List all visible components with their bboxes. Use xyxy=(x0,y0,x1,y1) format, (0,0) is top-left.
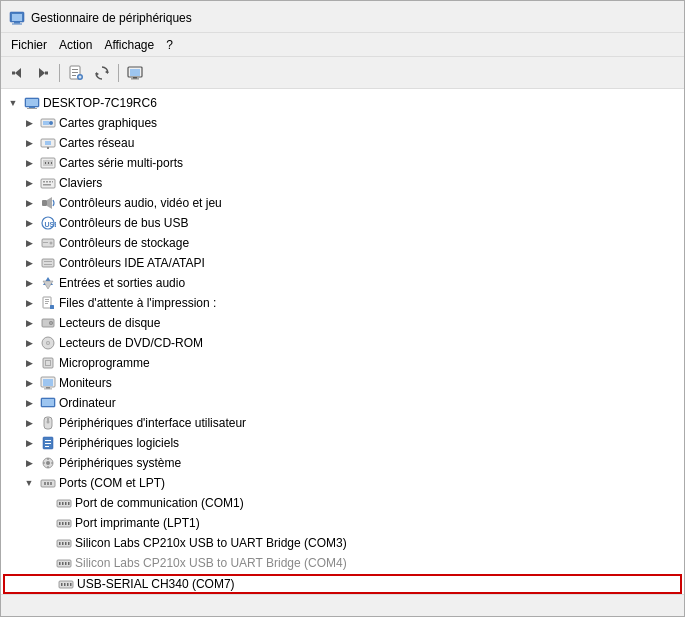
icon-lecteurs-disque xyxy=(40,315,56,331)
expand-files-attente[interactable]: ▶ xyxy=(21,295,37,311)
monitor-button[interactable] xyxy=(123,61,147,85)
tree-item-port-communication[interactable]: ▶ Port de communication (COM1) xyxy=(1,493,684,513)
svg-rect-94 xyxy=(62,522,64,525)
svg-rect-38 xyxy=(46,181,48,183)
tree-item-silicon-labs-cp210x[interactable]: ▶ Silicon Labs CP210x USB to UART Bridge… xyxy=(1,533,684,553)
svg-rect-3 xyxy=(12,23,22,24)
svg-rect-39 xyxy=(49,181,51,183)
icon-microprogramme xyxy=(40,355,56,371)
icon-files-attente xyxy=(40,295,56,311)
title-bar-icon xyxy=(9,10,25,26)
svg-rect-110 xyxy=(67,583,69,586)
tree-item-moniteurs[interactable]: ▶ Moniteurs xyxy=(1,373,684,393)
expand-controleurs-bus-usb[interactable]: ▶ xyxy=(21,215,37,231)
expand-controleurs-ide[interactable]: ▶ xyxy=(21,255,37,271)
back-button[interactable] xyxy=(5,61,29,85)
root-expand[interactable]: ▼ xyxy=(5,95,21,111)
properties-button[interactable] xyxy=(64,61,88,85)
menu-action[interactable]: Action xyxy=(53,36,98,54)
icon-claviers xyxy=(40,175,56,191)
tree-item-peripheriques-hid[interactable]: ▶ Périphériques d'interface utilisateur xyxy=(1,413,684,433)
label-cartes-reseau: Cartes réseau xyxy=(59,136,134,150)
tree-item-controleurs-ide[interactable]: ▶ Contrôleurs IDE ATA/ATAPI xyxy=(1,253,684,273)
expand-cartes-graphiques[interactable]: ▶ xyxy=(21,115,37,131)
tree-item-ports[interactable]: ▼ Ports (COM et LPT) xyxy=(1,473,684,493)
svg-rect-109 xyxy=(64,583,66,586)
icon-ordinateur xyxy=(40,395,56,411)
expand-claviers[interactable]: ▶ xyxy=(21,175,37,191)
svg-rect-22 xyxy=(26,99,38,106)
tree-item-claviers[interactable]: ▶ Claviers xyxy=(1,173,684,193)
icon-cartes-reseau xyxy=(40,135,56,151)
expand-microprogramme[interactable]: ▶ xyxy=(21,355,37,371)
tree-item-controleurs-stockage[interactable]: ▶ Contrôleurs de stockage xyxy=(1,233,684,253)
svg-rect-37 xyxy=(43,181,45,183)
svg-rect-96 xyxy=(68,522,70,525)
svg-point-47 xyxy=(50,242,53,245)
tree-item-cartes-reseau[interactable]: ▶ Cartes réseau xyxy=(1,133,684,153)
update-button[interactable] xyxy=(90,61,114,85)
icon-lecteurs-dvd xyxy=(40,335,56,351)
expand-lecteurs-dvd[interactable]: ▶ xyxy=(21,335,37,351)
tree-item-cartes-graphiques[interactable]: ▶ Cartes graphiques xyxy=(1,113,684,133)
tree-item-ordinateur[interactable]: ▶ Ordinateur xyxy=(1,393,684,413)
expand-ports[interactable]: ▼ xyxy=(21,475,37,491)
tree-item-peripheriques-systeme[interactable]: ▶ Périphériques système xyxy=(1,453,684,473)
expand-moniteurs[interactable]: ▶ xyxy=(21,375,37,391)
expand-peripheriques-logiciels[interactable]: ▶ xyxy=(21,435,37,451)
tree-item-port-imprimante[interactable]: ▶ Port imprimante (LPT1) xyxy=(1,513,684,533)
svg-rect-78 xyxy=(45,440,51,441)
tree-item-silicon-labs-4[interactable]: ▶ Silicon Labs CP210x USB to UART Bridge… xyxy=(1,553,684,573)
tree-item-entrees-sorties[interactable]: ▶ Entrées et sorties audio xyxy=(1,273,684,293)
expand-lecteurs-disque[interactable]: ▶ xyxy=(21,315,37,331)
tree-item-microprogramme[interactable]: ▶ Microprogramme xyxy=(1,353,684,373)
root-label: DESKTOP-7C19RC6 xyxy=(43,96,157,110)
device-tree[interactable]: ▼ DESKTOP-7C19RC6 ▶ Cartes graphiques xyxy=(1,89,684,594)
tree-item-lecteurs-disque[interactable]: ▶ Lecteurs de disque xyxy=(1,313,684,333)
expand-ordinateur[interactable]: ▶ xyxy=(21,395,37,411)
svg-rect-26 xyxy=(43,121,49,125)
expand-peripheriques-systeme[interactable]: ▶ xyxy=(21,455,37,471)
svg-rect-106 xyxy=(68,562,70,565)
forward-button[interactable] xyxy=(31,61,55,85)
expand-peripheriques-hid[interactable]: ▶ xyxy=(21,415,37,431)
svg-rect-58 xyxy=(50,305,54,309)
svg-rect-80 xyxy=(45,446,49,447)
label-port-imprimante: Port imprimante (LPT1) xyxy=(75,516,200,530)
tree-item-usb-serial[interactable]: ▶ USB-SERIAL CH340 (COM7) xyxy=(3,574,682,594)
expand-cartes-serie[interactable]: ▶ xyxy=(21,155,37,171)
tree-item-cartes-serie[interactable]: ▶ Cartes série multi-ports xyxy=(1,153,684,173)
svg-rect-90 xyxy=(65,502,67,505)
label-silicon-labs: Silicon Labs CP210x USB to UART Bridge (… xyxy=(75,536,347,550)
expand-cartes-reseau[interactable]: ▶ xyxy=(21,135,37,151)
expand-controleurs-stockage[interactable]: ▶ xyxy=(21,235,37,251)
icon-peripheriques-logiciels xyxy=(40,435,56,451)
menu-affichage[interactable]: Affichage xyxy=(98,36,160,54)
tree-root[interactable]: ▼ DESKTOP-7C19RC6 xyxy=(1,93,684,113)
svg-rect-23 xyxy=(29,107,35,108)
label-lecteurs-disque: Lecteurs de disque xyxy=(59,316,160,330)
svg-rect-56 xyxy=(45,301,49,302)
menu-fichier[interactable]: Fichier xyxy=(5,36,53,54)
expand-controleurs-audio[interactable]: ▶ xyxy=(21,195,37,211)
icon-peripheriques-hid xyxy=(40,415,56,431)
svg-rect-35 xyxy=(51,162,52,164)
svg-rect-111 xyxy=(70,583,72,586)
tree-item-controleurs-bus-usb[interactable]: ▶ USB Contrôleurs de bus USB xyxy=(1,213,684,233)
status-bar xyxy=(1,594,684,616)
tree-item-lecteurs-dvd[interactable]: ▶ Lecteurs de DVD/CD-ROM xyxy=(1,333,684,353)
svg-rect-54 xyxy=(43,297,51,308)
menu-help[interactable]: ? xyxy=(160,36,179,54)
label-claviers: Claviers xyxy=(59,176,102,190)
svg-rect-104 xyxy=(62,562,64,565)
svg-rect-29 xyxy=(45,141,51,145)
expand-entrees-sorties[interactable]: ▶ xyxy=(21,275,37,291)
label-ordinateur: Ordinateur xyxy=(59,396,116,410)
tree-item-files-attente[interactable]: ▶ Files d'attente à l'impression : xyxy=(1,293,684,313)
tree-item-peripheriques-logiciels[interactable]: ▶ Périphériques logiciels xyxy=(1,433,684,453)
title-bar: Gestionnaire de périphériques xyxy=(1,1,684,33)
svg-point-61 xyxy=(50,322,52,324)
icon-entrees-sorties xyxy=(40,275,56,291)
tree-item-controleurs-audio[interactable]: ▶ Contrôleurs audio, vidéo et jeu xyxy=(1,193,684,213)
svg-marker-43 xyxy=(47,197,52,209)
